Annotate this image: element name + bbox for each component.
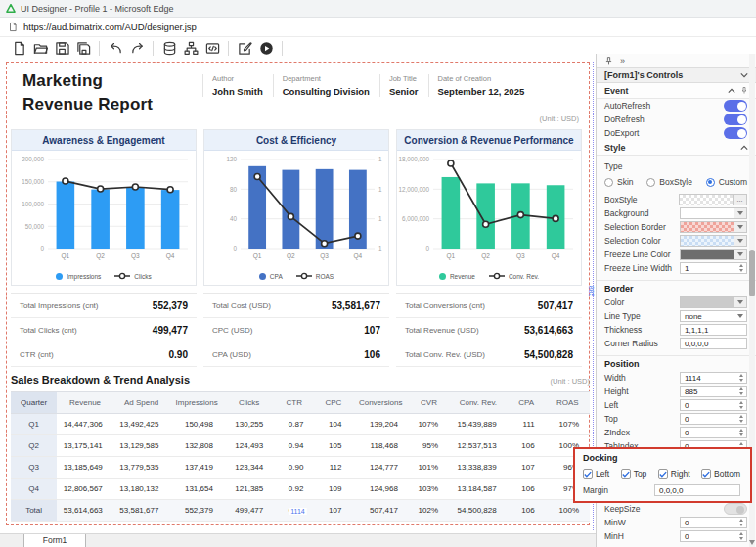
color-swatch[interactable] — [680, 249, 734, 260]
stepper-up-icon[interactable] — [739, 519, 743, 522]
number-stepper[interactable]: 1 — [680, 262, 747, 274]
stepper-down-icon[interactable] — [739, 524, 743, 526]
dropdown-button[interactable] — [734, 235, 747, 247]
scrollbar-thumb[interactable] — [749, 250, 755, 296]
hierarchy-button[interactable] — [180, 39, 201, 58]
property-label: Thickness — [604, 325, 642, 335]
code-editor-button[interactable] — [201, 39, 223, 58]
table-cell: 124,968 — [352, 479, 409, 500]
open-folder-button[interactable] — [29, 39, 51, 58]
doexport-toggle[interactable] — [724, 127, 747, 139]
stepper-arrows[interactable] — [739, 429, 743, 436]
stepper-up-icon[interactable] — [739, 374, 743, 377]
checkbox[interactable] — [701, 469, 711, 479]
scrollbar-down-arrow[interactable] — [749, 540, 755, 545]
form1-tab[interactable]: Form1 — [23, 534, 86, 547]
undo-button[interactable] — [105, 39, 126, 58]
stepper-up-icon[interactable] — [739, 264, 743, 267]
dropdown-button[interactable] — [734, 221, 747, 233]
stepper-down-icon[interactable] — [739, 379, 743, 382]
ellipsis-button[interactable]: ... — [734, 194, 747, 205]
stepper-down-icon[interactable] — [739, 406, 743, 409]
dock-right-checkbox[interactable]: Right — [658, 469, 690, 479]
radio-skin[interactable]: Skin — [604, 177, 634, 187]
chart-legend: RevenueConv. Rev. — [397, 267, 581, 285]
stat-row: Total Conversions (cnt)507,417 — [396, 294, 582, 318]
dropdown-button[interactable] — [734, 296, 747, 308]
compose-button[interactable] — [234, 39, 255, 58]
number-stepper[interactable]: 0 — [680, 413, 747, 425]
text-input[interactable]: 1,1,1,1 — [680, 324, 747, 336]
radio-boxstyle[interactable]: BoxStyle — [646, 177, 692, 187]
report-form-canvas[interactable]: Marketing Revenue Report AuthorJohn Smit… — [6, 62, 590, 525]
section-header-style[interactable]: Style — [597, 140, 756, 156]
stepper-up-icon[interactable] — [739, 532, 743, 535]
text-input[interactable]: 0,0,0,0 — [680, 338, 747, 349]
radio-circle[interactable] — [646, 178, 655, 187]
stepper-down-icon[interactable] — [739, 537, 743, 540]
stepper-up-icon[interactable] — [739, 429, 743, 432]
stepper-down-icon[interactable] — [739, 420, 743, 423]
stepper-arrows[interactable] — [739, 264, 743, 272]
svg-text:150,000: 150,000 — [22, 178, 44, 185]
number-stepper[interactable]: 885 — [680, 386, 747, 397]
url-text[interactable]: https://aud.bimatrix.com/AUD/designer.js… — [23, 22, 197, 32]
stepper-arrows[interactable] — [739, 387, 743, 395]
toolbar-separator — [153, 41, 154, 56]
svg-text:0: 0 — [40, 245, 44, 251]
stepper-up-icon[interactable] — [739, 442, 743, 445]
number-stepper[interactable]: 0 — [680, 517, 747, 528]
table-cell: 54,500,828 — [449, 500, 508, 522]
stepper-down-icon[interactable] — [739, 392, 743, 395]
stepper-down-icon[interactable] — [739, 269, 743, 272]
run-button[interactable] — [255, 39, 277, 58]
number-stepper[interactable]: 0 — [680, 427, 747, 438]
collapse-panel-button[interactable]: » — [620, 56, 626, 66]
checkbox[interactable] — [621, 469, 631, 479]
property-label: Height — [604, 387, 629, 396]
color-swatch[interactable] — [680, 221, 734, 233]
address-bar[interactable]: https://aud.bimatrix.com/AUD/designer.js… — [0, 18, 756, 37]
toggle-switch[interactable] — [724, 503, 747, 515]
number-stepper[interactable]: 0 — [680, 399, 747, 411]
number-stepper[interactable]: 0 — [680, 530, 747, 542]
stepper-arrows[interactable] — [739, 532, 743, 540]
color-swatch[interactable] — [679, 194, 734, 205]
radio-circle[interactable] — [706, 178, 715, 187]
section-header-event[interactable]: Event — [597, 83, 756, 99]
dock-left-checkbox[interactable]: Left — [583, 469, 609, 479]
color-swatch[interactable] — [680, 207, 734, 219]
margin-input[interactable]: 0,0,0,0 — [654, 484, 740, 496]
color-swatch[interactable] — [680, 235, 734, 247]
dock-top-checkbox[interactable]: Top — [621, 469, 647, 479]
database-button[interactable] — [158, 39, 180, 58]
stepper-down-icon[interactable] — [739, 433, 743, 436]
select-box[interactable]: none — [680, 310, 747, 322]
save-button[interactable] — [51, 39, 72, 58]
pin-icon[interactable] — [604, 56, 613, 66]
stepper-arrows[interactable] — [739, 415, 743, 423]
save-all-button[interactable] — [72, 39, 94, 58]
checkbox[interactable] — [583, 469, 593, 479]
stepper-up-icon[interactable] — [739, 415, 743, 418]
autorefresh-toggle[interactable] — [724, 100, 747, 112]
dorefresh-toggle[interactable] — [724, 114, 747, 125]
stepper-arrows[interactable] — [739, 519, 743, 526]
redo-button[interactable] — [126, 39, 148, 58]
checkbox[interactable] — [658, 469, 668, 479]
radio-circle[interactable] — [604, 178, 613, 187]
number-stepper[interactable]: 1114 — [680, 372, 747, 384]
pin-icon[interactable] — [740, 86, 748, 95]
stepper-arrows[interactable] — [739, 374, 743, 382]
dropdown-button[interactable] — [734, 249, 747, 260]
color-swatch[interactable] — [680, 296, 734, 308]
event-dorefresh: DoRefresh — [597, 113, 756, 126]
stepper-arrows[interactable] — [739, 401, 743, 409]
stepper-up-icon[interactable] — [739, 401, 743, 404]
panel-header[interactable]: [Form1]'s Controls — [597, 67, 756, 83]
new-document-button[interactable] — [8, 39, 29, 58]
dropdown-button[interactable] — [734, 207, 747, 219]
stepper-up-icon[interactable] — [739, 387, 743, 390]
radio-custom[interactable]: Custom — [706, 177, 747, 187]
dock-bottom-checkbox[interactable]: Bottom — [701, 469, 740, 479]
